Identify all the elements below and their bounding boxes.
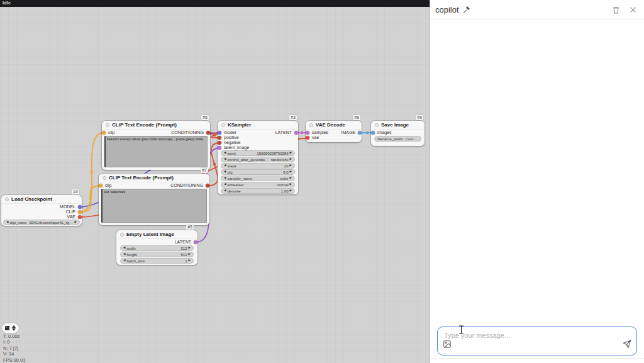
port-image-output[interactable]	[358, 131, 362, 135]
node-title: Load Checkpoint	[11, 196, 52, 202]
port-vae-output[interactable]	[78, 215, 82, 219]
node-graph-canvas[interactable]	[0, 7, 430, 363]
widget-scheduler[interactable]: ◀ scheduler normal ▶	[221, 182, 295, 187]
widget-steps[interactable]: ◀ steps 20 ▶	[221, 163, 295, 169]
port-model-output[interactable]	[78, 205, 82, 209]
decrement-arrow-icon[interactable]: ◀	[224, 189, 226, 193]
collapse-dot-icon[interactable]	[221, 123, 225, 127]
node-title-bar[interactable]: Load Checkpoint	[1, 195, 82, 204]
collapse-dot-icon[interactable]	[103, 176, 106, 180]
node-save-image[interactable]: #9 Save Image images filename_prefix Com…	[371, 121, 425, 146]
port-clip-input[interactable]	[99, 184, 103, 187]
node-title-bar[interactable]: Empty Latent Image	[116, 230, 197, 239]
widget-control-after-generate[interactable]: ◀ control_after_generate randomize ▶	[221, 157, 295, 162]
node-ksampler[interactable]: #3 KSampler model positive negative late…	[218, 121, 298, 194]
port-label: MODEL	[60, 204, 75, 209]
fit-view-icon[interactable]	[12, 325, 16, 331]
decrement-arrow-icon[interactable]: ◀	[224, 177, 226, 180]
port-latent-output[interactable]	[194, 240, 197, 244]
increment-arrow-icon[interactable]: ▶	[290, 164, 292, 167]
decrement-arrow-icon[interactable]: ◀	[224, 152, 226, 155]
chat-message-input[interactable]	[443, 330, 631, 344]
decrement-arrow-icon[interactable]: ◀	[224, 164, 226, 167]
status-bar: Idle	[0, 0, 430, 7]
widget-value: euler	[280, 177, 288, 181]
increment-arrow-icon[interactable]: ▶	[290, 189, 292, 193]
port-negative-input[interactable]	[218, 141, 221, 145]
node-load-checkpoint[interactable]: #4 Load Checkpoint MODEL CLIP VAE ◀ ckpt…	[1, 195, 82, 226]
port-label: CONDITIONING	[170, 183, 203, 188]
increment-arrow-icon[interactable]: ▶	[290, 183, 292, 186]
increment-arrow-icon[interactable]: ▶	[189, 247, 191, 250]
prompt-text-area[interactable]: text, watermark	[101, 189, 207, 223]
node-clip-text-encode-positive[interactable]: #6 CLIP Text Encode (Prompt) clip CONDIT…	[102, 121, 210, 170]
port-conditioning-output[interactable]	[206, 131, 210, 135]
collapse-dot-icon[interactable]	[375, 123, 379, 127]
decrement-arrow-icon[interactable]: ◀	[224, 158, 226, 161]
widget-name: filename_prefix	[377, 137, 403, 141]
widget-height[interactable]: ◀ height 512 ▶	[120, 252, 194, 257]
widget-cfg[interactable]: ◀ cfg 8.0 ▶	[221, 169, 295, 175]
decrement-arrow-icon[interactable]: ◀	[224, 170, 226, 174]
decrement-arrow-icon[interactable]: ◀	[6, 221, 8, 224]
widget-seed[interactable]: ◀ seed 156680208700286 ▶	[221, 150, 295, 156]
widget-ckpt-name[interactable]: ◀ ckpt_name SDXL/dreamshaperXL_light... …	[3, 220, 80, 225]
port-label: positive	[224, 135, 239, 140]
node-title-bar[interactable]: VAE Decode	[306, 121, 362, 130]
node-title-bar[interactable]: CLIP Text Encode (Prompt)	[99, 174, 209, 182]
increment-arrow-icon[interactable]: ▶	[290, 170, 292, 174]
widget-sampler-name[interactable]: ◀ sampler_name euler ▶	[221, 176, 295, 181]
port-images-input[interactable]	[371, 131, 375, 135]
widget-value: 1	[185, 259, 187, 263]
increment-arrow-icon[interactable]: ▶	[75, 221, 77, 224]
collapse-dot-icon[interactable]	[5, 198, 9, 201]
clear-chat-button[interactable]	[611, 5, 621, 14]
node-vae-decode[interactable]: #8 VAE Decode samples vae IMAGE	[306, 121, 362, 142]
node-title-bar[interactable]: Save Image	[371, 121, 425, 130]
decrement-arrow-icon[interactable]: ◀	[123, 247, 125, 250]
port-label: clip	[108, 130, 115, 135]
canvas-toolbar[interactable]	[2, 323, 19, 333]
port-clip-input[interactable]	[102, 131, 106, 135]
collapse-dot-icon[interactable]	[309, 123, 313, 127]
widget-denoise[interactable]: ◀ denoise 1.00 ▶	[221, 188, 295, 194]
port-positive-input[interactable]	[218, 136, 221, 140]
increment-arrow-icon[interactable]: ▶	[189, 253, 191, 256]
increment-arrow-icon[interactable]: ▶	[290, 152, 292, 155]
increment-arrow-icon[interactable]: ▶	[189, 259, 191, 262]
port-samples-input[interactable]	[306, 131, 309, 135]
node-title: Save Image	[381, 122, 409, 128]
port-conditioning-output[interactable]	[206, 184, 209, 187]
node-title-bar[interactable]: KSampler	[218, 121, 298, 130]
node-title: CLIP Text Encode (Prompt)	[112, 122, 177, 128]
chat-input-box[interactable]	[437, 327, 637, 355]
port-clip-output[interactable]	[78, 210, 82, 214]
increment-arrow-icon[interactable]: ▶	[290, 177, 292, 180]
prompt-text-area[interactable]: beautiful scenery nature glass bottle la…	[104, 136, 208, 167]
widget-value: normal	[277, 183, 288, 187]
close-panel-button[interactable]	[628, 5, 638, 14]
port-latent-output[interactable]	[294, 131, 298, 135]
stat-line: I: 0	[3, 339, 25, 345]
widget-name: seed	[227, 152, 235, 155]
widget-width[interactable]: ◀ width 512 ▶	[120, 245, 194, 251]
decrement-arrow-icon[interactable]: ◀	[123, 259, 125, 262]
widget-name: scheduler	[227, 183, 243, 187]
collapse-dot-icon[interactable]	[120, 233, 124, 237]
port-vae-input[interactable]	[306, 136, 309, 140]
send-message-button[interactable]	[623, 340, 631, 351]
minimap-toggle-icon[interactable]	[5, 326, 9, 330]
collapse-dot-icon[interactable]	[106, 123, 109, 127]
widget-batch-size[interactable]: ◀ batch_size 1 ▶	[120, 258, 194, 264]
increment-arrow-icon[interactable]: ▶	[290, 158, 292, 161]
attach-image-button[interactable]	[443, 340, 452, 351]
node-clip-text-encode-negative[interactable]: #7 CLIP Text Encode (Prompt) clip CONDIT…	[99, 174, 209, 225]
widget-value: 512	[181, 253, 187, 257]
node-empty-latent-image[interactable]: #5 Empty Latent Image LATENT ◀ width 512…	[116, 230, 197, 265]
decrement-arrow-icon[interactable]: ◀	[224, 183, 226, 186]
port-latent-image-input[interactable]	[218, 146, 221, 150]
port-model-input[interactable]	[218, 131, 221, 135]
decrement-arrow-icon[interactable]: ◀	[123, 253, 125, 256]
widget-filename-prefix[interactable]: filename_prefix ComfyUI	[374, 136, 421, 142]
node-title-bar[interactable]: CLIP Text Encode (Prompt)	[102, 121, 210, 130]
